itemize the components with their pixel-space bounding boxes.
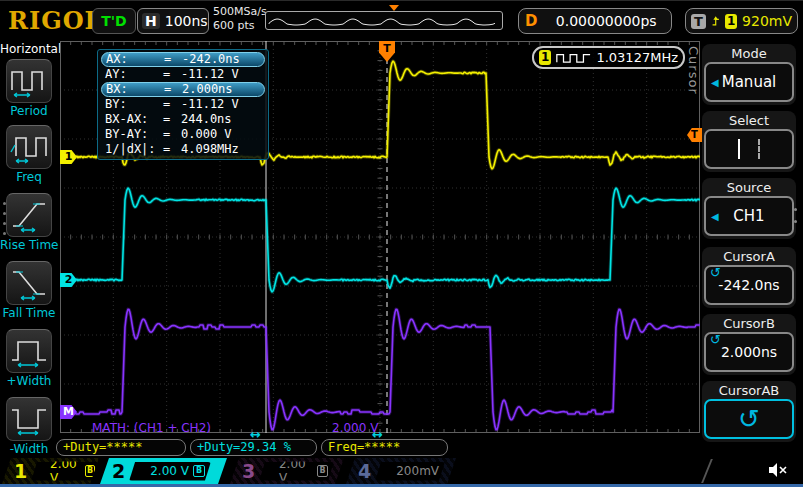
rotate-knob-icon: ↺ xyxy=(710,265,721,280)
cursor-a-button[interactable]: ↺ -242.0ns xyxy=(704,265,794,305)
channel-1-status[interactable]: 1 2.00 V B xyxy=(2,458,99,484)
readout-row: BY-AY:=0.000 V xyxy=(101,127,265,142)
sidebar-scroll-dots xyxy=(3,202,6,235)
readout-row: BX:=2.000ns xyxy=(101,82,265,97)
counter-frequency-value: 1.03127MHz xyxy=(596,50,678,65)
bandwidth-limit-icon: B xyxy=(317,465,328,477)
readout-row: AY:=-11.12 V xyxy=(101,67,265,82)
memory-trigger-position-icon[interactable] xyxy=(389,5,399,13)
channel-status-bar: 1 2.00 V B 2 2.00 V B 3 2.00 V B 4 xyxy=(0,458,803,485)
top-status-bar: RIGOL T'D H 100ns 500MSa/s 600 pts D 0.0… xyxy=(0,0,803,39)
oscilloscope-screen: RIGOL T'D H 100ns 500MSa/s 600 pts D 0.0… xyxy=(0,0,803,487)
cursor-select-icon xyxy=(738,139,760,159)
trigger-status-badge[interactable]: T'D xyxy=(92,8,136,34)
counter-channel-badge: 1 xyxy=(539,50,551,65)
horizontal-measure-sidebar: Horizontal Period Freq Rise Time xyxy=(0,39,58,458)
channel-2-status[interactable]: 2 2.00 V B xyxy=(100,458,227,484)
sample-rate-readout: 500MSa/s 600 pts xyxy=(213,5,267,33)
frequency-counter-badge: 1 1.03127MHz xyxy=(532,46,685,69)
trigger-level-value: 920mV xyxy=(742,13,792,29)
minus-width-icon xyxy=(8,400,50,438)
delay-box[interactable]: D 0.00000000ps xyxy=(518,8,672,34)
select-button[interactable] xyxy=(704,129,794,169)
menu-group-cursor-ab: CursorAB ↺ xyxy=(702,381,796,442)
plus-width-icon xyxy=(8,332,50,370)
sidebar-item-minus-width[interactable]: -Width xyxy=(0,397,58,456)
freq-icon xyxy=(8,128,50,166)
cursor-ab-button[interactable]: ↺ xyxy=(704,399,794,439)
rigol-logo: RIGOL xyxy=(8,6,102,35)
horizontal-timebase-box[interactable]: H 100ns xyxy=(137,8,209,34)
menu-page-dots xyxy=(794,208,797,223)
menu-group-cursor-a: CursorA ↺ -242.0ns xyxy=(702,247,796,308)
menu-group-select: Select xyxy=(702,111,796,172)
bandwidth-limit-icon: B xyxy=(193,465,205,477)
sidebar-item-rise-time[interactable]: Rise Time xyxy=(0,193,58,252)
sidebar-item-fall-time[interactable]: Fall Time xyxy=(0,261,58,320)
menu-group-source: Source ◀ CH1 xyxy=(702,178,796,239)
bandwidth-limit-icon: B xyxy=(85,465,95,477)
cursor-readout-box: AX:=-242.0nsAY:=-11.12 VBX:=2.000nsBY:=-… xyxy=(97,49,269,160)
left-triangle-icon: ◀ xyxy=(711,211,719,222)
readout-row: 1/|dX|:=4.098MHz xyxy=(101,142,265,157)
square-wave-icon xyxy=(556,51,591,65)
timebase-value: 100ns xyxy=(165,13,208,29)
period-icon xyxy=(8,62,50,100)
measurement-freq[interactable]: Freq=***** xyxy=(321,439,448,456)
menu-group-cursor-b: CursorB ↺ 2.000ns xyxy=(702,314,796,375)
waveform-display[interactable]: AX:=-242.0nsAY:=-11.12 VBX:=2.000nsBY:=-… xyxy=(60,41,700,433)
math-expression-label: MATH: (CH1 + CH2) xyxy=(92,421,211,435)
menu-group-mode: Mode ◀ Manual xyxy=(702,44,796,105)
channel-4-status[interactable]: 4 200mV xyxy=(346,458,456,484)
rotate-knob-icon: ↺ xyxy=(710,332,721,347)
status-bar-divider xyxy=(701,459,725,483)
rotate-knob-icon: ↺ xyxy=(738,406,760,432)
h-label: H xyxy=(142,13,160,29)
trigger-info-box[interactable]: T 1 920mV xyxy=(685,8,798,34)
cursor-b-button[interactable]: ↺ 2.000ns xyxy=(704,332,794,372)
mode-button[interactable]: ◀ Manual xyxy=(704,62,794,102)
source-button[interactable]: ◀ CH1 xyxy=(704,196,794,236)
d-label: D xyxy=(525,12,537,30)
sidebar-title: Horizontal xyxy=(0,42,58,56)
trigger-slope-icon xyxy=(711,13,720,29)
speaker-muted-icon[interactable] xyxy=(768,461,788,479)
readout-row: BX-AX:=244.0ns xyxy=(101,112,265,127)
trigger-source-badge: 1 xyxy=(725,14,737,29)
readout-row: AX:=-242.0ns xyxy=(101,52,265,67)
memory-waveform-bar[interactable] xyxy=(265,11,503,30)
measurement-duty-ch2[interactable]: +Duty=29.34 % xyxy=(190,439,317,456)
rise-time-icon xyxy=(8,196,50,234)
fall-time-icon xyxy=(8,264,50,302)
sidebar-item-plus-width[interactable]: +Width xyxy=(0,329,58,388)
readout-row: BY:=-11.12 V xyxy=(101,97,265,112)
menu-tab-label: Cursor xyxy=(686,46,701,95)
left-triangle-icon: ◀ xyxy=(711,77,719,88)
sidebar-item-period[interactable]: Period xyxy=(0,59,58,118)
measurement-duty-ch1[interactable]: +Duty=***** xyxy=(56,439,186,456)
memory-wave-icon xyxy=(268,15,500,27)
channel-3-status[interactable]: 3 2.00 V B xyxy=(230,458,344,484)
sidebar-item-freq[interactable]: Freq xyxy=(0,125,58,184)
delay-value: 0.00000000ps xyxy=(547,13,665,29)
t-label: T xyxy=(691,14,706,29)
